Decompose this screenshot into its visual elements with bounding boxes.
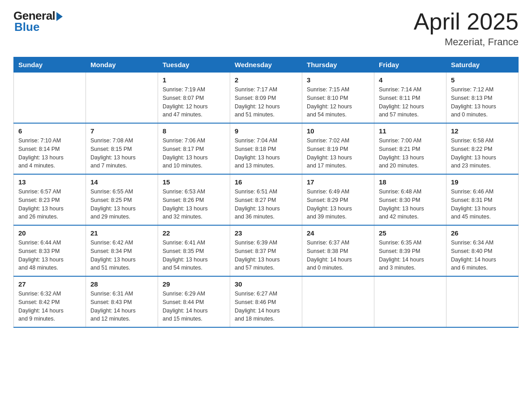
calendar-cell: 29Sunrise: 6:29 AM Sunset: 8:44 PM Dayli… [158, 276, 230, 327]
day-number: 10 [307, 127, 369, 135]
calendar-cell: 24Sunrise: 6:37 AM Sunset: 8:38 PM Dayli… [302, 225, 374, 276]
calendar-cell: 27Sunrise: 6:32 AM Sunset: 8:42 PM Dayli… [14, 276, 86, 327]
day-number: 2 [235, 76, 297, 84]
day-info: Sunrise: 7:00 AM Sunset: 8:21 PM Dayligh… [379, 137, 442, 170]
calendar-cell: 30Sunrise: 6:27 AM Sunset: 8:46 PM Dayli… [230, 276, 302, 327]
calendar-cell: 5Sunrise: 7:12 AM Sunset: 8:13 PM Daylig… [446, 73, 519, 124]
calendar-cell: 3Sunrise: 7:15 AM Sunset: 8:10 PM Daylig… [302, 73, 374, 124]
calendar-table: SundayMondayTuesdayWednesdayThursdayFrid… [13, 57, 519, 328]
day-number: 29 [163, 280, 225, 288]
calendar-week-row: 20Sunrise: 6:44 AM Sunset: 8:33 PM Dayli… [14, 225, 519, 276]
day-of-week-header: Thursday [302, 57, 374, 73]
calendar-cell: 15Sunrise: 6:53 AM Sunset: 8:26 PM Dayli… [158, 174, 230, 225]
calendar-cell [446, 276, 519, 327]
day-info: Sunrise: 7:19 AM Sunset: 8:07 PM Dayligh… [163, 86, 225, 119]
calendar-cell [302, 276, 374, 327]
day-number: 3 [307, 76, 369, 84]
calendar-cell: 13Sunrise: 6:57 AM Sunset: 8:23 PM Dayli… [14, 174, 86, 225]
day-info: Sunrise: 6:31 AM Sunset: 8:43 PM Dayligh… [90, 290, 153, 323]
page-header: General Blue April 2025 Mezeriat, France [13, 9, 519, 48]
day-of-week-header: Monday [86, 57, 158, 73]
day-of-week-header: Saturday [446, 57, 519, 73]
calendar-cell: 17Sunrise: 6:49 AM Sunset: 8:29 PM Dayli… [302, 174, 374, 225]
day-number: 18 [379, 178, 442, 186]
day-number: 9 [235, 127, 297, 135]
day-number: 7 [90, 127, 153, 135]
day-of-week-header: Sunday [14, 57, 86, 73]
day-info: Sunrise: 6:29 AM Sunset: 8:44 PM Dayligh… [163, 290, 225, 323]
calendar-cell: 22Sunrise: 6:41 AM Sunset: 8:35 PM Dayli… [158, 225, 230, 276]
calendar-week-row: 27Sunrise: 6:32 AM Sunset: 8:42 PM Dayli… [14, 276, 519, 327]
calendar-cell: 23Sunrise: 6:39 AM Sunset: 8:37 PM Dayli… [230, 225, 302, 276]
day-info: Sunrise: 7:12 AM Sunset: 8:13 PM Dayligh… [451, 86, 514, 119]
day-info: Sunrise: 6:37 AM Sunset: 8:38 PM Dayligh… [307, 239, 369, 272]
calendar-cell [374, 276, 446, 327]
calendar-cell: 16Sunrise: 6:51 AM Sunset: 8:27 PM Dayli… [230, 174, 302, 225]
day-info: Sunrise: 7:14 AM Sunset: 8:11 PM Dayligh… [379, 86, 442, 119]
title-block: April 2025 Mezeriat, France [414, 9, 519, 48]
logo-blue-text: Blue [14, 20, 39, 34]
day-number: 8 [163, 127, 225, 135]
calendar-cell: 21Sunrise: 6:42 AM Sunset: 8:34 PM Dayli… [86, 225, 158, 276]
calendar-header-row: SundayMondayTuesdayWednesdayThursdayFrid… [14, 57, 519, 73]
day-of-week-header: Friday [374, 57, 446, 73]
day-number: 26 [451, 229, 514, 237]
day-number: 25 [379, 229, 442, 237]
day-info: Sunrise: 6:39 AM Sunset: 8:37 PM Dayligh… [235, 239, 297, 272]
calendar-cell [86, 73, 158, 124]
day-info: Sunrise: 7:04 AM Sunset: 8:18 PM Dayligh… [235, 137, 297, 170]
calendar-cell: 4Sunrise: 7:14 AM Sunset: 8:11 PM Daylig… [374, 73, 446, 124]
calendar-cell: 7Sunrise: 7:08 AM Sunset: 8:15 PM Daylig… [86, 123, 158, 174]
calendar-title: April 2025 [414, 9, 519, 34]
calendar-cell: 18Sunrise: 6:48 AM Sunset: 8:30 PM Dayli… [374, 174, 446, 225]
day-of-week-header: Tuesday [158, 57, 230, 73]
day-info: Sunrise: 6:41 AM Sunset: 8:35 PM Dayligh… [163, 239, 225, 272]
day-info: Sunrise: 6:58 AM Sunset: 8:22 PM Dayligh… [451, 137, 514, 170]
day-info: Sunrise: 6:55 AM Sunset: 8:25 PM Dayligh… [90, 188, 153, 221]
calendar-cell: 12Sunrise: 6:58 AM Sunset: 8:22 PM Dayli… [446, 123, 519, 174]
day-number: 27 [18, 280, 81, 288]
calendar-cell: 28Sunrise: 6:31 AM Sunset: 8:43 PM Dayli… [86, 276, 158, 327]
day-info: Sunrise: 7:02 AM Sunset: 8:19 PM Dayligh… [307, 137, 369, 170]
calendar-cell: 19Sunrise: 6:46 AM Sunset: 8:31 PM Dayli… [446, 174, 519, 225]
day-number: 12 [451, 127, 514, 135]
day-info: Sunrise: 7:17 AM Sunset: 8:09 PM Dayligh… [235, 86, 297, 119]
calendar-subtitle: Mezeriat, France [414, 36, 519, 48]
day-info: Sunrise: 6:49 AM Sunset: 8:29 PM Dayligh… [307, 188, 369, 221]
day-info: Sunrise: 6:51 AM Sunset: 8:27 PM Dayligh… [235, 188, 297, 221]
calendar-cell [14, 73, 86, 124]
day-number: 15 [163, 178, 225, 186]
day-number: 28 [90, 280, 153, 288]
calendar-cell: 14Sunrise: 6:55 AM Sunset: 8:25 PM Dayli… [86, 174, 158, 225]
day-number: 17 [307, 178, 369, 186]
calendar-cell: 26Sunrise: 6:34 AM Sunset: 8:40 PM Dayli… [446, 225, 519, 276]
day-number: 4 [379, 76, 442, 84]
day-number: 1 [163, 76, 225, 84]
calendar-cell: 6Sunrise: 7:10 AM Sunset: 8:14 PM Daylig… [14, 123, 86, 174]
calendar-cell: 1Sunrise: 7:19 AM Sunset: 8:07 PM Daylig… [158, 73, 230, 124]
calendar-week-row: 13Sunrise: 6:57 AM Sunset: 8:23 PM Dayli… [14, 174, 519, 225]
day-info: Sunrise: 7:06 AM Sunset: 8:17 PM Dayligh… [163, 137, 225, 170]
day-number: 22 [163, 229, 225, 237]
day-number: 11 [379, 127, 442, 135]
day-info: Sunrise: 6:42 AM Sunset: 8:34 PM Dayligh… [90, 239, 153, 272]
day-number: 21 [90, 229, 153, 237]
day-number: 13 [18, 178, 81, 186]
day-of-week-header: Wednesday [230, 57, 302, 73]
day-info: Sunrise: 6:48 AM Sunset: 8:30 PM Dayligh… [379, 188, 442, 221]
day-info: Sunrise: 7:15 AM Sunset: 8:10 PM Dayligh… [307, 86, 369, 119]
day-info: Sunrise: 6:34 AM Sunset: 8:40 PM Dayligh… [451, 239, 514, 272]
day-number: 5 [451, 76, 514, 84]
day-info: Sunrise: 7:08 AM Sunset: 8:15 PM Dayligh… [90, 137, 153, 170]
day-number: 14 [90, 178, 153, 186]
calendar-cell: 9Sunrise: 7:04 AM Sunset: 8:18 PM Daylig… [230, 123, 302, 174]
day-number: 30 [235, 280, 297, 288]
day-number: 6 [18, 127, 81, 135]
calendar-week-row: 1Sunrise: 7:19 AM Sunset: 8:07 PM Daylig… [14, 73, 519, 124]
calendar-cell: 25Sunrise: 6:35 AM Sunset: 8:39 PM Dayli… [374, 225, 446, 276]
calendar-week-row: 6Sunrise: 7:10 AM Sunset: 8:14 PM Daylig… [14, 123, 519, 174]
calendar-cell: 8Sunrise: 7:06 AM Sunset: 8:17 PM Daylig… [158, 123, 230, 174]
day-info: Sunrise: 6:46 AM Sunset: 8:31 PM Dayligh… [451, 188, 514, 221]
day-number: 24 [307, 229, 369, 237]
day-number: 23 [235, 229, 297, 237]
